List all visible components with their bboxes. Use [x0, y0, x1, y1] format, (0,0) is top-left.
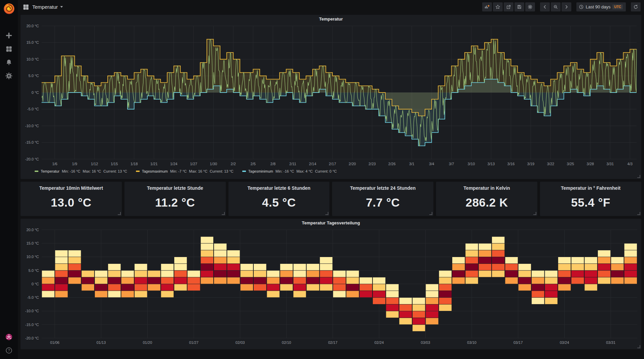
stat-panel: Temperatur in ° Fahrenheit55.4 °F: [540, 182, 641, 216]
stat-panel: Temperatur letzte 24 Stunden7.7 °C: [332, 182, 433, 216]
svg-text:03/10: 03/10: [467, 340, 476, 345]
panel-resize-handle[interactable]: [637, 212, 640, 215]
dashboard-grid-icon[interactable]: [23, 4, 29, 10]
svg-text:03/31: 03/31: [606, 340, 615, 345]
svg-text:-10.0 °C: -10.0 °C: [25, 309, 39, 313]
time-back-button[interactable]: [540, 2, 550, 11]
svg-text:3/19: 3/19: [527, 162, 535, 166]
stat-panel-title[interactable]: Temperatur in Kelvin: [436, 182, 537, 191]
svg-text:1/18: 1/18: [131, 162, 138, 166]
svg-text:10.0 °C: 10.0 °C: [26, 255, 39, 259]
dashboard-settings-button[interactable]: [525, 2, 535, 11]
svg-text:-15.0 °C: -15.0 °C: [25, 141, 39, 145]
panel-resize-handle[interactable]: [637, 175, 640, 178]
chevron-down-icon: [60, 6, 63, 8]
legend-series-stat: Min: -16 °C: [62, 169, 80, 173]
stat-panel-value: 4.5 °C: [228, 196, 330, 209]
grafana-logo[interactable]: [3, 2, 15, 15]
stat-panel-value: 286.2 K: [436, 196, 537, 209]
stat-panel-title[interactable]: Temperatur letzte Stunde: [124, 182, 226, 191]
dashboards-icon[interactable]: [0, 42, 18, 56]
legend-series-stat: Min: -16 °C: [276, 169, 294, 173]
temperature-heatmap[interactable]: 20.0 °C15.0 °C10.0 °C5.0 °C0 °C-5.0 °C-1…: [21, 227, 641, 347]
zoom-out-button[interactable]: [551, 2, 561, 11]
panel-resize-handle[interactable]: [118, 212, 121, 215]
share-button[interactable]: [504, 2, 513, 11]
svg-text:2/5: 2/5: [251, 162, 256, 166]
stat-panel-value: 13.0 °C: [21, 196, 122, 209]
svg-text:3/16: 3/16: [507, 162, 515, 166]
legend-series-stat: Current: 13 °C: [210, 169, 233, 173]
svg-text:1/12: 1/12: [91, 162, 98, 166]
svg-text:-20.0 °C: -20.0 °C: [25, 336, 39, 340]
legend-series-stat: Max: 16 °C: [83, 169, 101, 173]
svg-text:3/13: 3/13: [488, 162, 495, 166]
panel-resize-handle[interactable]: [533, 212, 536, 215]
svg-text:2/14: 2/14: [309, 162, 316, 166]
svg-text:2/2: 2/2: [231, 162, 236, 166]
svg-text:3/7: 3/7: [449, 162, 454, 166]
time-range-picker[interactable]: Last 90 days UTC: [576, 2, 626, 11]
svg-text:4/3: 4/3: [628, 162, 633, 166]
add-panel-button[interactable]: [482, 2, 492, 11]
svg-text:-20.0 °C: -20.0 °C: [25, 157, 39, 161]
svg-text:-15.0 °C: -15.0 °C: [25, 323, 39, 327]
svg-text:-5.0 °C: -5.0 °C: [27, 107, 39, 111]
panel-resize-handle[interactable]: [637, 345, 640, 348]
svg-text:?: ?: [8, 348, 10, 352]
user-avatar[interactable]: [0, 330, 18, 344]
help-icon[interactable]: ?: [0, 344, 18, 357]
svg-text:3/1: 3/1: [409, 162, 414, 166]
create-plus-icon[interactable]: [0, 29, 18, 42]
svg-text:03/03: 03/03: [421, 340, 430, 345]
svg-text:5.0 °C: 5.0 °C: [29, 268, 39, 273]
stat-panel: Temperatur 10min Mittelwert13.0 °C: [21, 182, 122, 216]
time-forward-button[interactable]: [562, 2, 571, 11]
svg-text:2/8: 2/8: [271, 162, 276, 166]
legend-series-color: [35, 171, 38, 172]
panel-resize-handle[interactable]: [222, 212, 225, 215]
panel-title-tagesverteilung[interactable]: Temperatur Tagesverteilung: [21, 219, 641, 227]
legend-item[interactable]: TagesmaximumMin: -7 °CMax: 16 °CCurrent:…: [136, 169, 234, 173]
stat-panel-value: 7.7 °C: [332, 196, 433, 209]
legend-series-stat: Current: 0 °C: [315, 169, 336, 173]
stat-panel: Temperatur letzte Stunde11.2 °C: [124, 182, 226, 216]
panel-title-temperatur[interactable]: Temperatur: [21, 15, 641, 23]
svg-text:1/6: 1/6: [52, 162, 57, 166]
svg-text:02/03: 02/03: [236, 340, 245, 345]
dashboard-title-dropdown[interactable]: Temperatur: [32, 4, 63, 10]
stat-panel-title[interactable]: Temperatur in ° Fahrenheit: [540, 182, 641, 191]
svg-text:0 °C: 0 °C: [32, 282, 39, 286]
stat-panel: Temperatur letzte 6 Stunden4.5 °C: [228, 182, 330, 216]
panel-resize-handle[interactable]: [325, 212, 328, 215]
svg-text:02/10: 02/10: [282, 340, 291, 345]
stat-panel-title[interactable]: Temperatur letzte 24 Stunden: [332, 182, 433, 191]
svg-text:-10.0 °C: -10.0 °C: [25, 124, 39, 128]
legend-series-stat: Current: 13 °C: [103, 169, 127, 173]
temperature-heatmap-panel: Temperatur Tagesverteilung 20.0 °C15.0 °…: [21, 219, 641, 349]
save-button[interactable]: [514, 2, 524, 11]
star-button[interactable]: [493, 2, 503, 11]
svg-text:1/15: 1/15: [111, 162, 118, 166]
svg-text:2/20: 2/20: [349, 162, 356, 166]
legend-series-name: Tagesmaximum: [142, 169, 168, 173]
svg-text:1/27: 1/27: [190, 162, 198, 166]
sidebar: ?: [0, 0, 18, 359]
legend-series-stat: Max: 4 °C: [296, 169, 313, 173]
stat-panel-title[interactable]: Temperatur letzte 6 Stunden: [228, 182, 330, 191]
legend-series-name: Temperatur: [41, 169, 60, 173]
legend-series-name: Tagesminimum: [248, 169, 273, 173]
panel-resize-handle[interactable]: [429, 212, 432, 215]
refresh-button[interactable]: [631, 2, 641, 11]
temperature-graph[interactable]: 20.0 °C15.0 °C10.0 °C5.0 °C0 °C-5.0 °C-1…: [21, 23, 641, 169]
stat-panel-title[interactable]: Temperatur 10min Mittelwert: [21, 182, 122, 191]
configuration-gear-icon[interactable]: [0, 69, 18, 82]
svg-text:5.0 °C: 5.0 °C: [29, 74, 39, 78]
legend-series-stat: Min: -7 °C: [170, 169, 187, 173]
alerting-bell-icon[interactable]: [0, 56, 18, 69]
dashboard-title: Temperatur: [32, 4, 58, 10]
svg-text:2/17: 2/17: [329, 162, 336, 166]
legend-item[interactable]: TagesminimumMin: -16 °CMax: 4 °CCurrent:…: [242, 169, 337, 173]
legend-item[interactable]: TemperaturMin: -16 °CMax: 16 °CCurrent: …: [35, 169, 127, 173]
svg-text:20.0 °C: 20.0 °C: [26, 24, 39, 28]
